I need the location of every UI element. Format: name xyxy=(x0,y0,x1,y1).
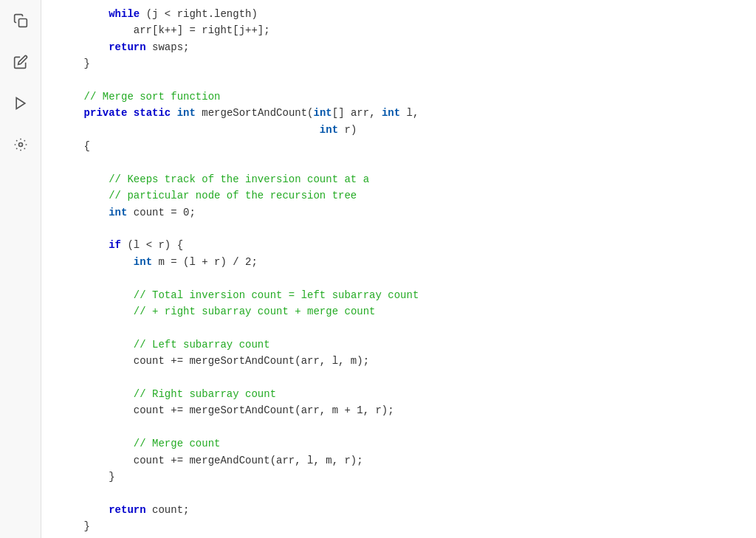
sidebar xyxy=(0,0,41,538)
code-area: while (j < right.length) arr[k++] = righ… xyxy=(41,0,756,538)
edit-icon[interactable] xyxy=(9,50,32,74)
svg-rect-0 xyxy=(18,19,27,27)
copy-icon[interactable] xyxy=(9,9,32,32)
run-icon[interactable] xyxy=(9,92,32,115)
svg-marker-1 xyxy=(16,98,25,109)
settings-icon[interactable] xyxy=(9,133,32,156)
code-block: while (j < right.length) arr[k++] = righ… xyxy=(41,0,756,538)
svg-point-2 xyxy=(18,143,22,147)
